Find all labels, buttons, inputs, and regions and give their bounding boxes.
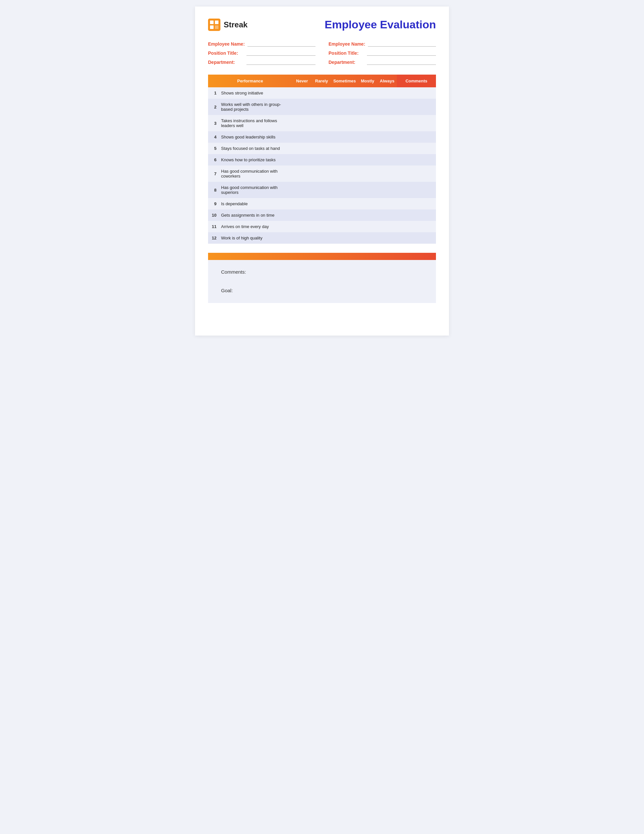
row-comments-cell[interactable] [397,143,436,154]
row-number: 11 [208,221,218,232]
row-rarely-cell[interactable] [312,131,331,143]
row-comments-cell[interactable] [397,154,436,165]
svg-rect-2 [215,21,218,24]
row-always-cell[interactable] [377,221,397,232]
row-sometimes-cell[interactable] [331,115,358,131]
row-always-cell[interactable] [377,154,397,165]
performance-header: Performance [208,74,292,87]
department-underline-left[interactable] [247,59,315,65]
page-title: Employee Evaluation [324,18,436,31]
row-never-cell[interactable] [292,131,312,143]
comments-label: Comments: [221,269,423,275]
row-mostly-cell[interactable] [358,154,377,165]
row-rarely-cell[interactable] [312,182,331,198]
row-mostly-cell[interactable] [358,115,377,131]
row-always-cell[interactable] [377,87,397,99]
row-rarely-cell[interactable] [312,232,331,244]
row-comments-cell[interactable] [397,232,436,244]
row-sometimes-cell[interactable] [331,232,358,244]
table-row: 2Works well with others in group-based p… [208,99,436,115]
row-never-cell[interactable] [292,165,312,182]
row-never-cell[interactable] [292,232,312,244]
row-sometimes-cell[interactable] [331,99,358,115]
row-sometimes-cell[interactable] [331,210,358,221]
row-sometimes-cell[interactable] [331,87,358,99]
row-mostly-cell[interactable] [358,131,377,143]
department-underline-right[interactable] [367,59,436,65]
svg-rect-1 [210,21,213,24]
row-sometimes-cell[interactable] [331,182,358,198]
row-rarely-cell[interactable] [312,143,331,154]
form-row-position-right: Position Title: [329,50,436,56]
row-comments-cell[interactable] [397,198,436,210]
row-never-cell[interactable] [292,87,312,99]
form-row-employee-name-left: Employee Name: [208,41,315,47]
row-always-cell[interactable] [377,210,397,221]
row-comments-cell[interactable] [397,182,436,198]
position-title-underline-right[interactable] [367,50,436,56]
row-always-cell[interactable] [377,232,397,244]
row-mostly-cell[interactable] [358,143,377,154]
employee-name-underline-left[interactable] [247,41,315,47]
rarely-header: Rarely [312,74,331,87]
row-mostly-cell[interactable] [358,182,377,198]
row-number: 12 [208,232,218,244]
row-description: Is dependable [218,198,292,210]
row-rarely-cell[interactable] [312,165,331,182]
row-never-cell[interactable] [292,221,312,232]
row-never-cell[interactable] [292,115,312,131]
position-title-underline-left[interactable] [247,50,315,56]
evaluation-table: Performance Never Rarely Sometimes Mostl… [208,74,436,244]
row-always-cell[interactable] [377,143,397,154]
row-rarely-cell[interactable] [312,99,331,115]
row-always-cell[interactable] [377,182,397,198]
row-rarely-cell[interactable] [312,221,331,232]
form-row-position-left: Position Title: [208,50,315,56]
table-row: 1Shows strong initiative [208,87,436,99]
row-always-cell[interactable] [377,115,397,131]
row-always-cell[interactable] [377,99,397,115]
page: Streak Employee Evaluation Employee Name… [195,6,449,336]
row-comments-cell[interactable] [397,99,436,115]
row-mostly-cell[interactable] [358,165,377,182]
row-sometimes-cell[interactable] [331,131,358,143]
never-header: Never [292,74,312,87]
row-never-cell[interactable] [292,143,312,154]
row-sometimes-cell[interactable] [331,165,358,182]
row-comments-cell[interactable] [397,115,436,131]
table-row: 8Has good communication with superiors [208,182,436,198]
row-comments-cell[interactable] [397,221,436,232]
row-rarely-cell[interactable] [312,210,331,221]
row-always-cell[interactable] [377,198,397,210]
row-comments-cell[interactable] [397,165,436,182]
row-never-cell[interactable] [292,198,312,210]
row-comments-cell[interactable] [397,87,436,99]
row-never-cell[interactable] [292,154,312,165]
row-comments-cell[interactable] [397,131,436,143]
row-rarely-cell[interactable] [312,198,331,210]
department-label-left: Department: [208,60,244,65]
row-never-cell[interactable] [292,99,312,115]
row-rarely-cell[interactable] [312,154,331,165]
row-mostly-cell[interactable] [358,210,377,221]
row-comments-cell[interactable] [397,210,436,221]
row-rarely-cell[interactable] [312,87,331,99]
row-sometimes-cell[interactable] [331,198,358,210]
row-sometimes-cell[interactable] [331,143,358,154]
form-row-department-right: Department: [329,59,436,65]
row-never-cell[interactable] [292,210,312,221]
row-mostly-cell[interactable] [358,99,377,115]
employee-name-underline-right[interactable] [368,41,436,47]
row-sometimes-cell[interactable] [331,221,358,232]
row-mostly-cell[interactable] [358,221,377,232]
row-sometimes-cell[interactable] [331,154,358,165]
row-number: 7 [208,165,218,182]
row-always-cell[interactable] [377,165,397,182]
row-mostly-cell[interactable] [358,232,377,244]
row-mostly-cell[interactable] [358,87,377,99]
row-rarely-cell[interactable] [312,115,331,131]
row-always-cell[interactable] [377,131,397,143]
row-never-cell[interactable] [292,182,312,198]
row-mostly-cell[interactable] [358,198,377,210]
row-description: Works well with others in group-based pr… [218,99,292,115]
